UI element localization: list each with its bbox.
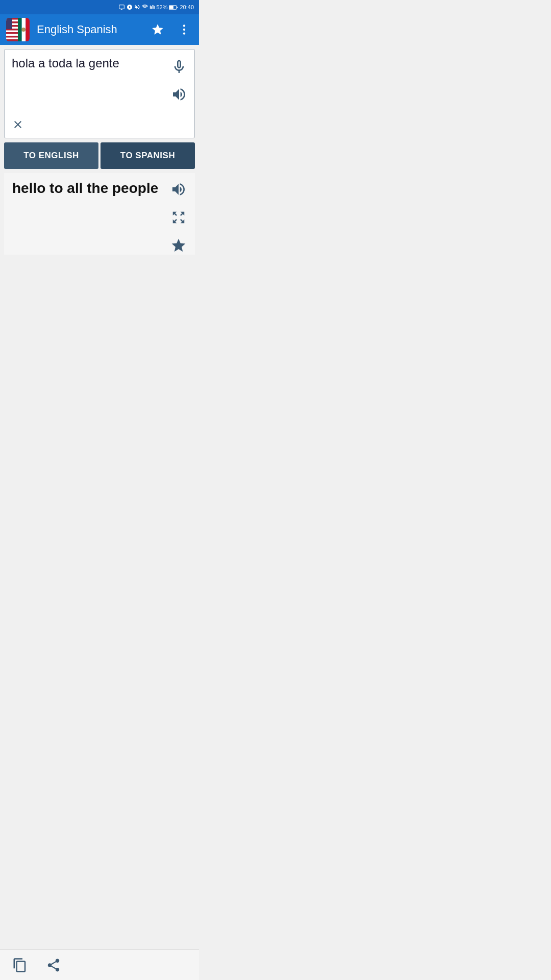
svg-point-26 <box>21 28 26 32</box>
toolbar: English Spanish <box>0 14 199 45</box>
input-row: hola a toda la gente <box>12 55 189 133</box>
svg-rect-3 <box>152 6 153 9</box>
svg-point-28 <box>183 29 185 31</box>
microphone-button[interactable] <box>169 57 189 77</box>
battery-percent: 52% <box>156 4 167 10</box>
svg-rect-5 <box>154 6 155 9</box>
to-english-button[interactable]: TO ENGLISH <box>4 142 98 169</box>
svg-point-29 <box>183 32 185 34</box>
expand-button[interactable] <box>169 208 188 227</box>
translate-buttons: TO ENGLISH TO SPANISH <box>4 142 195 169</box>
svg-rect-25 <box>26 18 30 41</box>
toolbar-title: English Spanish <box>37 23 142 36</box>
svg-rect-0 <box>119 5 124 9</box>
menu-button[interactable] <box>176 21 193 38</box>
translation-input[interactable]: hola a toda la gente <box>12 55 165 106</box>
svg-rect-17 <box>6 32 18 34</box>
favorite-button[interactable] <box>149 21 166 38</box>
svg-rect-23 <box>18 18 22 41</box>
result-text: hello to all the people <box>12 180 188 197</box>
svg-rect-4 <box>153 5 154 9</box>
svg-rect-2 <box>150 6 151 9</box>
svg-rect-7 <box>169 6 173 9</box>
svg-rect-19 <box>6 36 18 38</box>
input-area: hola a toda la gente <box>4 49 195 138</box>
app-icon <box>6 18 30 41</box>
result-speaker-button[interactable] <box>168 179 189 200</box>
input-side-icons <box>165 55 189 105</box>
svg-rect-16 <box>6 31 18 33</box>
time: 20:40 <box>180 4 194 10</box>
svg-rect-20 <box>6 38 18 40</box>
result-favorite-button[interactable] <box>168 235 189 256</box>
svg-rect-22 <box>6 18 12 29</box>
status-bar: 52% 20:40 <box>0 0 199 14</box>
speaker-button[interactable] <box>169 84 189 105</box>
svg-rect-21 <box>6 39 18 41</box>
svg-rect-18 <box>6 34 18 36</box>
svg-point-27 <box>183 24 185 27</box>
clear-button[interactable] <box>11 117 25 132</box>
to-spanish-button[interactable]: TO SPANISH <box>101 142 195 169</box>
result-actions <box>168 179 189 256</box>
toolbar-actions <box>149 21 193 38</box>
status-icons: 52% 20:40 <box>118 4 194 11</box>
result-area: hello to all the people <box>4 173 195 255</box>
